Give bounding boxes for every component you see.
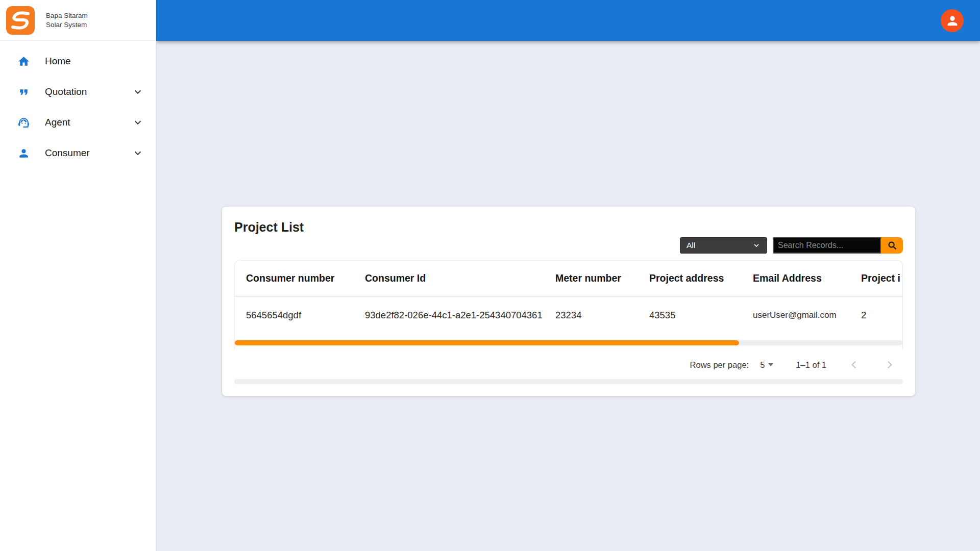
table-header-row: Consumer number Consumer Id Meter number… — [235, 261, 902, 296]
column-header: Project address — [638, 272, 742, 284]
sidebar-nav: Home Quotation Agent — [0, 41, 156, 168]
next-page-button[interactable] — [883, 358, 896, 371]
cell-email-address: userUser@gmail.com — [742, 310, 850, 320]
person-icon — [945, 14, 960, 28]
search-input[interactable] — [773, 237, 881, 254]
top-bar — [156, 0, 980, 41]
sidebar-item-label: Home — [45, 56, 71, 67]
sidebar-item-quotation[interactable]: Quotation — [0, 77, 156, 107]
cell-consumer-number: 5645654dgdf — [235, 310, 354, 321]
rows-per-page-label: Rows per page: — [690, 360, 749, 370]
table-row[interactable]: 5645654dgdf 93de2f82-026e-44c1-a2e1-2543… — [235, 296, 902, 334]
user-avatar-button[interactable] — [941, 9, 964, 32]
column-header: Consumer number — [235, 272, 354, 284]
bottom-scrollbar-track — [234, 379, 903, 384]
cell-consumer-id: 93de2f82-026e-44c1-a2e1-254340704361 — [354, 310, 544, 321]
headset-icon — [17, 116, 30, 129]
person-icon — [17, 147, 30, 160]
dropdown-arrow-icon — [768, 363, 773, 366]
chevron-right-icon — [883, 358, 896, 371]
column-header: Meter number — [544, 272, 638, 284]
horizontal-scrollbar[interactable] — [235, 340, 902, 345]
chevron-left-icon — [848, 358, 861, 371]
rows-per-page-value: 5 — [760, 360, 765, 370]
column-header: Consumer Id — [354, 272, 544, 284]
rows-per-page-select[interactable]: 5 — [760, 360, 773, 370]
sidebar-item-consumer[interactable]: Consumer — [0, 138, 156, 168]
cell-meter-number: 23234 — [544, 310, 638, 321]
sidebar-item-home[interactable]: Home — [0, 46, 156, 77]
pagination: Rows per page: 5 1–1 of 1 — [234, 353, 903, 377]
search-icon — [887, 240, 898, 251]
filter-selected-value: All — [687, 241, 695, 250]
column-header: Project i — [850, 272, 902, 284]
filter-select[interactable]: All — [680, 237, 767, 254]
table-toolbar: All — [234, 237, 903, 254]
chevron-down-icon — [132, 117, 143, 128]
home-icon — [17, 55, 30, 68]
brand-line1: Bapa Sitaram — [46, 11, 88, 20]
brand-line2: Solar System — [46, 20, 88, 30]
scrollbar-thumb[interactable] — [235, 340, 739, 345]
quote-icon — [17, 86, 30, 98]
column-header: Email Address — [742, 272, 850, 284]
sidebar-item-label: Consumer — [45, 147, 90, 159]
sidebar-item-label: Quotation — [45, 86, 87, 97]
search-group — [773, 237, 903, 254]
sidebar-item-label: Agent — [45, 117, 70, 128]
brand-name: Bapa Sitaram Solar System — [46, 11, 88, 29]
pagination-range-label: 1–1 of 1 — [796, 360, 826, 370]
sidebar-item-agent[interactable]: Agent — [0, 107, 156, 138]
brand-logo-icon — [6, 6, 35, 35]
chevron-down-icon — [752, 241, 761, 249]
search-button[interactable] — [881, 237, 903, 254]
cell-project-address: 43535 — [638, 310, 742, 321]
chevron-down-icon — [132, 147, 143, 159]
chevron-down-icon — [132, 86, 143, 97]
project-list-card: Project List All Consumer number Consume… — [222, 207, 915, 396]
brand: Bapa Sitaram Solar System — [0, 0, 156, 41]
cell-project-id: 2 — [850, 310, 902, 321]
previous-page-button[interactable] — [848, 358, 861, 371]
table-container: Consumer number Consumer Id Meter number… — [234, 260, 903, 349]
page-title: Project List — [234, 220, 903, 235]
sidebar: Bapa Sitaram Solar System Home Quotation — [0, 0, 156, 551]
